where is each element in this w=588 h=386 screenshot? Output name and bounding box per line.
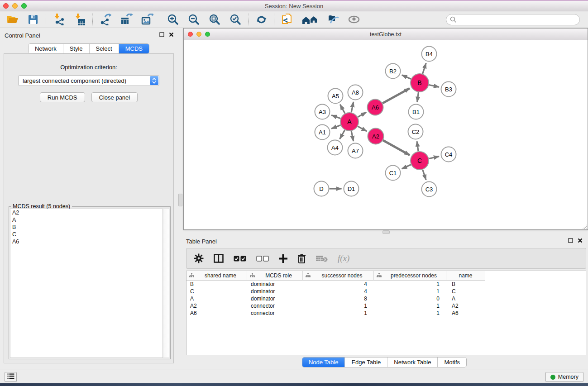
table-cell[interactable]: C <box>186 288 247 295</box>
table-cell[interactable]: 1 <box>303 310 374 317</box>
select-all-icon[interactable] <box>234 256 246 262</box>
graph-edge[interactable] <box>351 102 354 112</box>
zoom-in-icon[interactable] <box>166 13 180 26</box>
vertical-splitter-handle[interactable] <box>178 194 182 206</box>
table-cell[interactable]: A2 <box>446 302 485 310</box>
graph-edge[interactable] <box>429 85 439 87</box>
result-item[interactable]: A <box>10 216 163 224</box>
table-cell[interactable]: B <box>446 281 485 288</box>
graph-edge[interactable] <box>417 141 418 151</box>
graph-edge[interactable] <box>358 126 367 131</box>
table-cell[interactable]: 1 <box>374 281 446 288</box>
zoom-fit-icon[interactable] <box>208 13 221 26</box>
graph-edge[interactable] <box>423 170 426 180</box>
graph-edge[interactable] <box>383 140 410 155</box>
float-panel-icon[interactable] <box>159 32 164 37</box>
table-cell[interactable]: 1 <box>374 302 446 310</box>
table-cell[interactable]: A2 <box>186 302 247 310</box>
graph-edge[interactable] <box>340 105 345 114</box>
table-cell[interactable]: connector <box>247 310 303 317</box>
graph-edge[interactable] <box>331 115 340 118</box>
table-cell[interactable]: connector <box>247 302 303 310</box>
table-cell[interactable]: 1 <box>374 288 446 295</box>
tab-motifs[interactable]: Motifs <box>437 357 466 367</box>
zoom-selected-icon[interactable] <box>229 13 242 26</box>
graph-edge[interactable] <box>358 112 366 117</box>
deselect-all-icon[interactable] <box>256 256 269 262</box>
eye-icon[interactable] <box>347 13 361 26</box>
table-row[interactable]: A6connector11A6 <box>186 310 586 317</box>
graph-edge[interactable] <box>340 130 345 139</box>
tab-network[interactable]: Network <box>29 44 63 53</box>
table-cell[interactable]: 4 <box>303 281 374 288</box>
run-mcds-button[interactable]: Run MCDS <box>40 92 85 102</box>
tab-network-table[interactable]: Network Table <box>387 357 437 367</box>
memory-button[interactable]: Memory <box>545 372 583 382</box>
import-table-icon[interactable] <box>73 13 86 26</box>
table-row[interactable]: Bdominator41B <box>186 281 586 288</box>
graph-edge[interactable] <box>382 88 410 103</box>
graph-edge[interactable] <box>402 75 411 79</box>
export-image-icon[interactable] <box>140 13 154 26</box>
table-cell[interactable]: A <box>186 295 247 302</box>
column-header-mcds-role[interactable]: MCDS role <box>247 271 303 281</box>
graph-edge[interactable] <box>331 125 340 129</box>
refresh-icon[interactable] <box>254 13 268 26</box>
result-item[interactable]: A6 <box>10 238 163 245</box>
export-table-icon[interactable] <box>120 13 133 26</box>
save-session-icon[interactable] <box>26 13 40 26</box>
table-cell[interactable]: 1 <box>303 302 374 310</box>
export-network-icon[interactable] <box>99 13 112 26</box>
delete-table-icon[interactable] <box>316 255 328 262</box>
float-table-panel-icon[interactable] <box>568 238 573 243</box>
table-row[interactable]: Adominator80A <box>186 295 586 302</box>
table-cell[interactable]: 8 <box>303 295 374 302</box>
graph-edge[interactable] <box>417 92 419 102</box>
table-cell[interactable]: 0 <box>374 295 446 302</box>
table-cell[interactable]: dominator <box>247 295 303 302</box>
table-row[interactable]: Cdominator41C <box>186 288 586 295</box>
table-cell[interactable]: C <box>446 288 485 295</box>
mcds-result-list[interactable]: A2ABCA6 <box>10 209 163 358</box>
result-item[interactable]: B <box>10 224 163 231</box>
result-item[interactable]: C <box>10 231 163 238</box>
tab-select[interactable]: Select <box>89 44 119 53</box>
graph-edge[interactable] <box>429 157 439 159</box>
column-header-name[interactable]: name <box>446 271 485 281</box>
horizontal-splitter-handle[interactable] <box>382 230 390 234</box>
table-cell[interactable]: A6 <box>446 310 485 317</box>
result-scrollbar[interactable] <box>163 209 169 358</box>
function-builder-icon[interactable]: f(x) <box>338 253 349 263</box>
close-table-panel-icon[interactable] <box>578 238 583 243</box>
graph-edge[interactable] <box>351 131 354 141</box>
add-row-icon[interactable] <box>279 254 287 263</box>
tab-node-table[interactable]: Node Table <box>302 357 345 367</box>
table-cell[interactable]: dominator <box>247 288 303 295</box>
table-row[interactable]: A2connector11A2 <box>186 302 586 310</box>
column-header-successor-nodes[interactable]: successor nodes <box>303 271 374 281</box>
tab-edge-table[interactable]: Edge Table <box>344 357 387 367</box>
home-icon[interactable] <box>301 13 319 26</box>
window-resize-grip[interactable] <box>581 223 587 229</box>
table-cell[interactable]: A6 <box>186 310 247 317</box>
network-graph[interactable]: ABCA6A2A1A3A4A5A7A8B1B2B3B4C1C2C3C4DD1 <box>184 40 588 229</box>
table-cell[interactable]: B <box>186 281 247 288</box>
column-header-predecessor-nodes[interactable]: predecessor nodes <box>374 271 446 281</box>
task-history-button[interactable] <box>5 372 17 382</box>
hide-icon[interactable] <box>326 13 340 26</box>
criterion-dropdown[interactable]: largest connected component (directed) <box>18 75 159 86</box>
settings-gear-icon[interactable] <box>194 253 204 263</box>
delete-row-icon[interactable] <box>297 254 306 263</box>
close-panel-button[interactable]: Close panel <box>91 92 138 102</box>
open-file-icon[interactable] <box>5 13 19 26</box>
tab-mcds[interactable]: MCDS <box>119 44 149 53</box>
column-header-shared-name[interactable]: shared name <box>186 271 247 281</box>
import-network-icon[interactable] <box>52 13 66 26</box>
table-cell[interactable]: A <box>446 295 485 302</box>
column-selector-icon[interactable] <box>214 254 224 263</box>
close-panel-icon[interactable] <box>169 32 174 37</box>
graph-edge[interactable] <box>423 63 426 74</box>
copy-network-icon[interactable] <box>280 13 294 26</box>
result-item[interactable]: A2 <box>10 209 163 216</box>
graph-edge[interactable] <box>402 165 411 169</box>
